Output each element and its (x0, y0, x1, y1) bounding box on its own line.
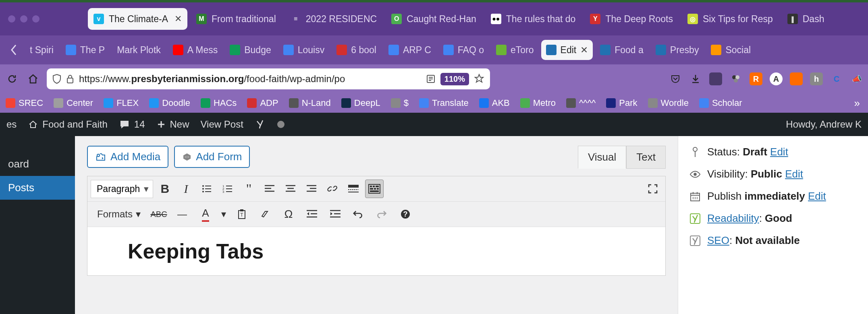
wp-my-sites[interactable]: es (6, 119, 17, 130)
maximize-window-button[interactable] (32, 15, 39, 23)
extension-icon-7[interactable]: C (830, 72, 843, 85)
extension-icon-8[interactable]: 📣 (850, 72, 863, 85)
reader-mode-icon[interactable] (426, 74, 436, 84)
wp-howdy[interactable]: Howdy, Andrew K (786, 119, 862, 130)
wp-comments[interactable]: 14 (119, 119, 145, 130)
bold-button[interactable]: B (156, 180, 174, 198)
blockquote-button[interactable]: " (239, 180, 258, 198)
readability-link[interactable]: Readability (707, 212, 759, 224)
bookmark-star-icon[interactable] (474, 74, 484, 84)
outdent-button[interactable] (303, 205, 321, 223)
minimize-window-button[interactable] (20, 15, 27, 23)
browser-tab[interactable]: FAQ o (438, 40, 489, 60)
browser-tab[interactable]: ●●The rules that do (485, 8, 581, 30)
browser-tab[interactable]: ≡2022 RESIDENC (285, 8, 382, 30)
bookmark-item[interactable]: N-Land (287, 96, 333, 110)
bookmark-item[interactable]: Doodle (147, 96, 193, 110)
bookmark-item[interactable]: Metro (518, 96, 558, 110)
browser-tab[interactable]: A Mess (168, 40, 222, 60)
horizontal-rule-button[interactable]: — (173, 205, 191, 223)
visual-tab[interactable]: Visual (578, 146, 626, 169)
bookmark-item[interactable]: AKB (477, 96, 512, 110)
browser-tab[interactable]: Edit✕ (541, 40, 593, 60)
sidebar-item-dashboard[interactable]: oard (0, 152, 75, 176)
redo-button[interactable] (373, 205, 391, 223)
tab-scroll-back-button[interactable] (5, 41, 23, 59)
paragraph-select[interactable]: Paragraph (91, 180, 153, 198)
browser-tab[interactable]: t Spiri (25, 40, 58, 60)
browser-tab[interactable]: 6 bool (332, 40, 381, 60)
link-button[interactable] (323, 180, 342, 198)
publish-edit-link[interactable]: Edit (808, 190, 826, 202)
clear-formatting-button[interactable] (256, 205, 274, 223)
bookmark-item[interactable]: $ (388, 96, 411, 110)
browser-tab[interactable]: OCaught Red-Han (386, 8, 482, 30)
numbered-list-button[interactable]: 123 (218, 180, 237, 198)
help-button[interactable]: ? (396, 205, 415, 223)
text-color-button[interactable]: A (196, 205, 215, 223)
bookmark-item[interactable]: Center (51, 96, 96, 110)
undo-button[interactable] (349, 205, 368, 223)
url-bar[interactable]: https://www.presbyterianmission.org/food… (47, 68, 490, 89)
browser-tab[interactable]: Budge (225, 40, 276, 60)
wp-yoast-icon[interactable] (255, 119, 266, 130)
extension-icon-2[interactable] (729, 72, 742, 85)
editor-content-area[interactable]: Keeping Tabs (87, 227, 665, 275)
browser-tab[interactable]: vThe Climate-A✕ (88, 8, 187, 30)
tab-close-button[interactable]: ✕ (580, 45, 588, 56)
bullet-list-button[interactable] (197, 180, 216, 198)
browser-tab[interactable]: Food a (595, 40, 648, 60)
add-media-button[interactable]: Add Media (87, 146, 168, 168)
align-left-button[interactable] (260, 180, 279, 198)
browser-tab[interactable]: YThe Deep Roots (584, 8, 678, 30)
bookmark-item[interactable]: ADP (245, 96, 280, 110)
bookmark-item[interactable]: ^^^^ (564, 96, 598, 110)
browser-tab[interactable]: eToro (491, 40, 539, 60)
indent-button[interactable] (326, 205, 345, 223)
zoom-badge[interactable]: 110% (440, 73, 469, 85)
browser-tab[interactable]: Louisv (278, 40, 329, 60)
extension-icon-1[interactable] (709, 72, 722, 85)
wp-view-post[interactable]: View Post (201, 119, 243, 130)
downloads-icon[interactable] (689, 72, 702, 85)
seo-link[interactable]: SEO (707, 234, 729, 246)
browser-tab[interactable]: Social (706, 40, 756, 60)
extension-icon-4[interactable]: A (770, 72, 783, 85)
bookmark-overflow-button[interactable]: » (849, 97, 865, 109)
browser-tab[interactable]: ‖Dash (782, 8, 830, 30)
add-form-button[interactable]: ⋯ Add Form (174, 146, 250, 168)
bookmark-item[interactable]: Park (604, 96, 640, 110)
extension-icon-5[interactable] (790, 72, 803, 85)
close-window-button[interactable] (8, 15, 15, 23)
italic-button[interactable]: I (177, 180, 195, 198)
paste-text-button[interactable]: T (233, 205, 251, 223)
browser-tab[interactable]: Presby (651, 40, 704, 60)
bookmark-item[interactable]: Wordle (646, 96, 691, 110)
wp-new[interactable]: New (156, 119, 189, 130)
pocket-icon[interactable] (669, 72, 682, 85)
toolbar-toggle-button[interactable] (365, 180, 384, 198)
bookmark-item[interactable]: HACs (198, 96, 239, 110)
insert-more-button[interactable] (344, 180, 363, 198)
formats-dropdown[interactable]: Formats ▾ (93, 206, 145, 222)
align-center-button[interactable] (281, 180, 300, 198)
visibility-edit-link[interactable]: Edit (785, 168, 803, 180)
sidebar-item-posts[interactable]: Posts (0, 176, 75, 200)
home-button[interactable] (26, 72, 40, 86)
wp-site-name[interactable]: Food and Faith (28, 119, 107, 130)
status-edit-link[interactable]: Edit (770, 146, 788, 158)
bookmark-item[interactable]: FLEX (101, 96, 141, 110)
text-tab[interactable]: Text (626, 146, 666, 169)
align-right-button[interactable] (302, 180, 321, 198)
extension-icon-6[interactable]: h (810, 72, 823, 85)
fullscreen-button[interactable] (644, 180, 662, 198)
strikethrough-button[interactable]: ABC (150, 205, 168, 223)
bookmark-item[interactable]: Scholar (697, 96, 745, 110)
browser-tab[interactable]: The P (61, 40, 110, 60)
bookmark-item[interactable]: SREC (3, 96, 46, 110)
bookmark-item[interactable]: DeepL (339, 96, 383, 110)
browser-tab[interactable]: ◎Six Tips for Resp (682, 8, 779, 30)
browser-tab[interactable]: ARP C (384, 40, 436, 60)
special-char-button[interactable]: Ω (279, 205, 298, 223)
bookmark-item[interactable]: Translate (417, 96, 471, 110)
